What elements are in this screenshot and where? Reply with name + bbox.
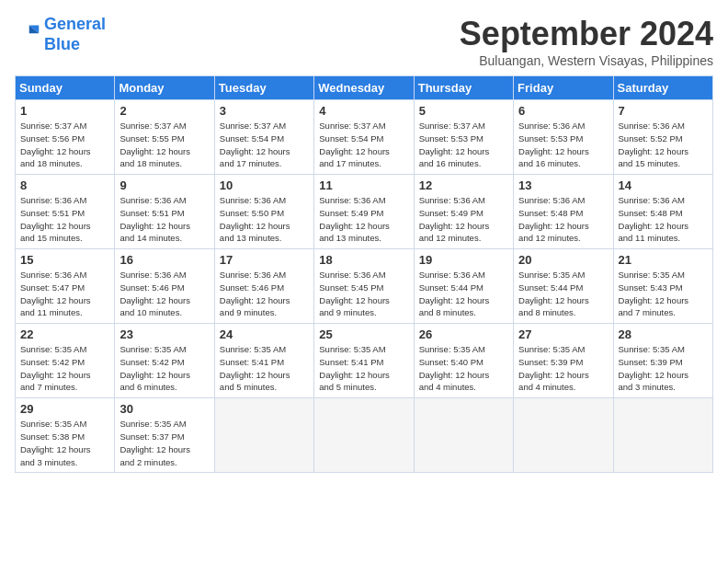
calendar-day-4: 4Sunrise: 5:37 AMSunset: 5:54 PMDaylight… bbox=[314, 100, 414, 175]
calendar-day-12: 12Sunrise: 5:36 AMSunset: 5:49 PMDayligh… bbox=[414, 175, 513, 249]
calendar-day-29: 29Sunrise: 5:35 AMSunset: 5:38 PMDayligh… bbox=[16, 398, 115, 473]
calendar-day-empty bbox=[414, 398, 513, 473]
location-subtitle: Buluangan, Western Visayas, Philippines bbox=[460, 53, 713, 68]
title-block: September 2024 Buluangan, Western Visaya… bbox=[460, 15, 713, 68]
calendar-day-9: 9Sunrise: 5:36 AMSunset: 5:51 PMDaylight… bbox=[115, 175, 214, 249]
calendar-day-empty bbox=[613, 398, 712, 473]
logo-text: General Blue bbox=[44, 15, 106, 54]
calendar-day-8: 8Sunrise: 5:36 AMSunset: 5:51 PMDaylight… bbox=[16, 175, 115, 249]
calendar-day-21: 21Sunrise: 5:35 AMSunset: 5:43 PMDayligh… bbox=[613, 249, 712, 324]
header-wednesday: Wednesday bbox=[314, 76, 414, 100]
header-monday: Monday bbox=[115, 76, 214, 100]
calendar-table: SundayMondayTuesdayWednesdayThursdayFrid… bbox=[15, 75, 713, 473]
calendar-day-30: 30Sunrise: 5:35 AMSunset: 5:37 PMDayligh… bbox=[115, 398, 214, 473]
header-tuesday: Tuesday bbox=[214, 76, 313, 100]
calendar-day-11: 11Sunrise: 5:36 AMSunset: 5:49 PMDayligh… bbox=[314, 175, 414, 249]
calendar-day-5: 5Sunrise: 5:37 AMSunset: 5:53 PMDaylight… bbox=[414, 100, 513, 175]
header-sunday: Sunday bbox=[16, 76, 115, 100]
calendar-day-empty bbox=[314, 398, 414, 473]
calendar-day-19: 19Sunrise: 5:36 AMSunset: 5:44 PMDayligh… bbox=[414, 249, 513, 324]
calendar-day-17: 17Sunrise: 5:36 AMSunset: 5:46 PMDayligh… bbox=[214, 249, 313, 324]
calendar-day-23: 23Sunrise: 5:35 AMSunset: 5:42 PMDayligh… bbox=[115, 324, 214, 398]
calendar-day-16: 16Sunrise: 5:36 AMSunset: 5:46 PMDayligh… bbox=[115, 249, 214, 324]
header-row: SundayMondayTuesdayWednesdayThursdayFrid… bbox=[16, 76, 713, 100]
calendar-day-13: 13Sunrise: 5:36 AMSunset: 5:48 PMDayligh… bbox=[514, 175, 613, 249]
calendar-week-4: 22Sunrise: 5:35 AMSunset: 5:42 PMDayligh… bbox=[16, 324, 713, 398]
calendar-day-22: 22Sunrise: 5:35 AMSunset: 5:42 PMDayligh… bbox=[16, 324, 115, 398]
calendar-day-18: 18Sunrise: 5:36 AMSunset: 5:45 PMDayligh… bbox=[314, 249, 414, 324]
calendar-day-26: 26Sunrise: 5:35 AMSunset: 5:40 PMDayligh… bbox=[414, 324, 513, 398]
calendar-day-2: 2Sunrise: 5:37 AMSunset: 5:55 PMDaylight… bbox=[115, 100, 214, 175]
month-title: September 2024 bbox=[460, 15, 713, 53]
calendar-week-3: 15Sunrise: 5:36 AMSunset: 5:47 PMDayligh… bbox=[16, 249, 713, 324]
calendar-week-2: 8Sunrise: 5:36 AMSunset: 5:51 PMDaylight… bbox=[16, 175, 713, 249]
calendar-day-10: 10Sunrise: 5:36 AMSunset: 5:50 PMDayligh… bbox=[214, 175, 313, 249]
calendar-day-25: 25Sunrise: 5:35 AMSunset: 5:41 PMDayligh… bbox=[314, 324, 414, 398]
calendar-day-28: 28Sunrise: 5:35 AMSunset: 5:39 PMDayligh… bbox=[613, 324, 712, 398]
page-header: General Blue September 2024 Buluangan, W… bbox=[15, 15, 713, 68]
calendar-day-24: 24Sunrise: 5:35 AMSunset: 5:41 PMDayligh… bbox=[214, 324, 313, 398]
calendar-day-6: 6Sunrise: 5:36 AMSunset: 5:53 PMDaylight… bbox=[514, 100, 613, 175]
calendar-day-27: 27Sunrise: 5:35 AMSunset: 5:39 PMDayligh… bbox=[514, 324, 613, 398]
calendar-week-5: 29Sunrise: 5:35 AMSunset: 5:38 PMDayligh… bbox=[16, 398, 713, 473]
calendar-week-1: 1Sunrise: 5:37 AMSunset: 5:56 PMDaylight… bbox=[16, 100, 713, 175]
calendar-day-3: 3Sunrise: 5:37 AMSunset: 5:54 PMDaylight… bbox=[214, 100, 313, 175]
logo-icon bbox=[15, 22, 40, 48]
logo: General Blue bbox=[15, 15, 106, 54]
calendar-day-1: 1Sunrise: 5:37 AMSunset: 5:56 PMDaylight… bbox=[16, 100, 115, 175]
calendar-day-empty bbox=[214, 398, 313, 473]
calendar-day-empty bbox=[514, 398, 613, 473]
calendar-day-7: 7Sunrise: 5:36 AMSunset: 5:52 PMDaylight… bbox=[613, 100, 712, 175]
calendar-day-20: 20Sunrise: 5:35 AMSunset: 5:44 PMDayligh… bbox=[514, 249, 613, 324]
header-friday: Friday bbox=[514, 76, 613, 100]
calendar-day-15: 15Sunrise: 5:36 AMSunset: 5:47 PMDayligh… bbox=[16, 249, 115, 324]
calendar-day-14: 14Sunrise: 5:36 AMSunset: 5:48 PMDayligh… bbox=[613, 175, 712, 249]
header-saturday: Saturday bbox=[613, 76, 712, 100]
header-thursday: Thursday bbox=[414, 76, 513, 100]
